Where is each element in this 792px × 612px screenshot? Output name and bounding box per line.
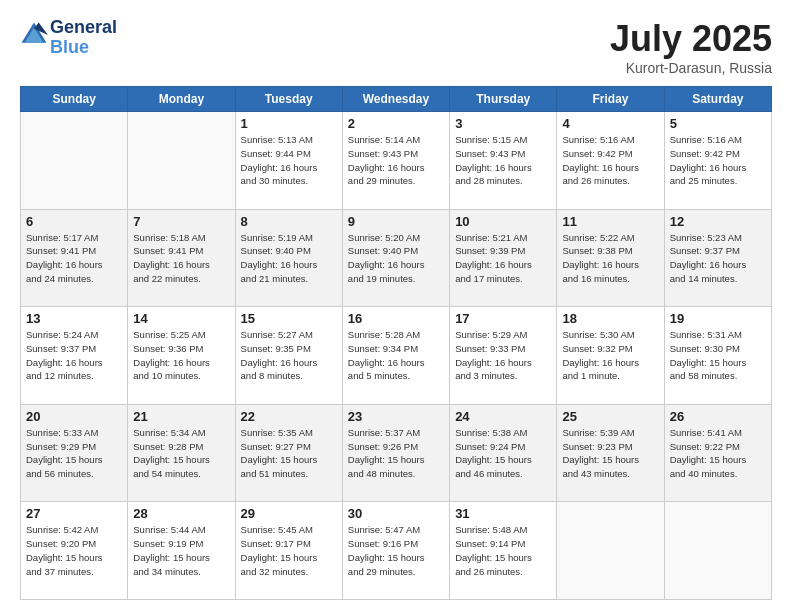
calendar-cell: 12Sunrise: 5:23 AM Sunset: 9:37 PM Dayli… [664,209,771,307]
day-info: Sunrise: 5:17 AM Sunset: 9:41 PM Dayligh… [26,231,122,286]
logo: General Blue [20,18,117,58]
weekday-header: Monday [128,87,235,112]
calendar-cell: 1Sunrise: 5:13 AM Sunset: 9:44 PM Daylig… [235,112,342,210]
day-info: Sunrise: 5:18 AM Sunset: 9:41 PM Dayligh… [133,231,229,286]
calendar-cell: 3Sunrise: 5:15 AM Sunset: 9:43 PM Daylig… [450,112,557,210]
calendar-cell: 20Sunrise: 5:33 AM Sunset: 9:29 PM Dayli… [21,404,128,502]
day-info: Sunrise: 5:16 AM Sunset: 9:42 PM Dayligh… [670,133,766,188]
calendar-cell: 14Sunrise: 5:25 AM Sunset: 9:36 PM Dayli… [128,307,235,405]
day-info: Sunrise: 5:38 AM Sunset: 9:24 PM Dayligh… [455,426,551,481]
day-info: Sunrise: 5:31 AM Sunset: 9:30 PM Dayligh… [670,328,766,383]
title-block: July 2025 Kurort-Darasun, Russia [610,18,772,76]
calendar-cell: 5Sunrise: 5:16 AM Sunset: 9:42 PM Daylig… [664,112,771,210]
logo-icon [20,21,48,49]
day-number: 28 [133,506,229,521]
day-number: 21 [133,409,229,424]
day-number: 26 [670,409,766,424]
day-info: Sunrise: 5:41 AM Sunset: 9:22 PM Dayligh… [670,426,766,481]
day-number: 13 [26,311,122,326]
calendar-cell: 31Sunrise: 5:48 AM Sunset: 9:14 PM Dayli… [450,502,557,600]
day-number: 25 [562,409,658,424]
day-info: Sunrise: 5:33 AM Sunset: 9:29 PM Dayligh… [26,426,122,481]
calendar-cell: 6Sunrise: 5:17 AM Sunset: 9:41 PM Daylig… [21,209,128,307]
logo-text-line2: Blue [50,38,117,58]
calendar-cell: 27Sunrise: 5:42 AM Sunset: 9:20 PM Dayli… [21,502,128,600]
calendar-cell: 18Sunrise: 5:30 AM Sunset: 9:32 PM Dayli… [557,307,664,405]
weekday-header: Sunday [21,87,128,112]
day-info: Sunrise: 5:37 AM Sunset: 9:26 PM Dayligh… [348,426,444,481]
calendar-week-row: 13Sunrise: 5:24 AM Sunset: 9:37 PM Dayli… [21,307,772,405]
calendar-cell: 25Sunrise: 5:39 AM Sunset: 9:23 PM Dayli… [557,404,664,502]
calendar-cell: 22Sunrise: 5:35 AM Sunset: 9:27 PM Dayli… [235,404,342,502]
calendar-cell: 7Sunrise: 5:18 AM Sunset: 9:41 PM Daylig… [128,209,235,307]
calendar-cell: 21Sunrise: 5:34 AM Sunset: 9:28 PM Dayli… [128,404,235,502]
calendar-week-row: 6Sunrise: 5:17 AM Sunset: 9:41 PM Daylig… [21,209,772,307]
day-number: 7 [133,214,229,229]
calendar-week-row: 1Sunrise: 5:13 AM Sunset: 9:44 PM Daylig… [21,112,772,210]
day-info: Sunrise: 5:23 AM Sunset: 9:37 PM Dayligh… [670,231,766,286]
day-number: 12 [670,214,766,229]
day-number: 17 [455,311,551,326]
day-info: Sunrise: 5:19 AM Sunset: 9:40 PM Dayligh… [241,231,337,286]
day-number: 19 [670,311,766,326]
day-number: 15 [241,311,337,326]
day-number: 23 [348,409,444,424]
page: General Blue July 2025 Kurort-Darasun, R… [0,0,792,612]
month-title: July 2025 [610,18,772,60]
weekday-header: Wednesday [342,87,449,112]
day-info: Sunrise: 5:30 AM Sunset: 9:32 PM Dayligh… [562,328,658,383]
day-number: 22 [241,409,337,424]
day-info: Sunrise: 5:28 AM Sunset: 9:34 PM Dayligh… [348,328,444,383]
calendar-cell [664,502,771,600]
weekday-header: Tuesday [235,87,342,112]
calendar-week-row: 20Sunrise: 5:33 AM Sunset: 9:29 PM Dayli… [21,404,772,502]
weekday-header: Thursday [450,87,557,112]
day-number: 18 [562,311,658,326]
day-number: 27 [26,506,122,521]
calendar-cell [557,502,664,600]
calendar-table: SundayMondayTuesdayWednesdayThursdayFrid… [20,86,772,600]
day-info: Sunrise: 5:29 AM Sunset: 9:33 PM Dayligh… [455,328,551,383]
header: General Blue July 2025 Kurort-Darasun, R… [20,18,772,76]
calendar-cell: 4Sunrise: 5:16 AM Sunset: 9:42 PM Daylig… [557,112,664,210]
calendar-cell: 16Sunrise: 5:28 AM Sunset: 9:34 PM Dayli… [342,307,449,405]
day-number: 14 [133,311,229,326]
calendar-cell: 8Sunrise: 5:19 AM Sunset: 9:40 PM Daylig… [235,209,342,307]
calendar-cell: 15Sunrise: 5:27 AM Sunset: 9:35 PM Dayli… [235,307,342,405]
calendar-cell: 24Sunrise: 5:38 AM Sunset: 9:24 PM Dayli… [450,404,557,502]
calendar-cell [21,112,128,210]
day-number: 31 [455,506,551,521]
day-number: 24 [455,409,551,424]
day-info: Sunrise: 5:44 AM Sunset: 9:19 PM Dayligh… [133,523,229,578]
calendar-cell: 11Sunrise: 5:22 AM Sunset: 9:38 PM Dayli… [557,209,664,307]
day-number: 2 [348,116,444,131]
calendar-cell [128,112,235,210]
day-number: 10 [455,214,551,229]
calendar-cell: 9Sunrise: 5:20 AM Sunset: 9:40 PM Daylig… [342,209,449,307]
logo-text-line1: General [50,18,117,38]
day-info: Sunrise: 5:22 AM Sunset: 9:38 PM Dayligh… [562,231,658,286]
day-info: Sunrise: 5:48 AM Sunset: 9:14 PM Dayligh… [455,523,551,578]
weekday-header: Friday [557,87,664,112]
day-info: Sunrise: 5:20 AM Sunset: 9:40 PM Dayligh… [348,231,444,286]
day-info: Sunrise: 5:13 AM Sunset: 9:44 PM Dayligh… [241,133,337,188]
calendar-cell: 13Sunrise: 5:24 AM Sunset: 9:37 PM Dayli… [21,307,128,405]
day-info: Sunrise: 5:24 AM Sunset: 9:37 PM Dayligh… [26,328,122,383]
calendar-header-row: SundayMondayTuesdayWednesdayThursdayFrid… [21,87,772,112]
day-info: Sunrise: 5:27 AM Sunset: 9:35 PM Dayligh… [241,328,337,383]
day-info: Sunrise: 5:45 AM Sunset: 9:17 PM Dayligh… [241,523,337,578]
day-info: Sunrise: 5:21 AM Sunset: 9:39 PM Dayligh… [455,231,551,286]
day-info: Sunrise: 5:25 AM Sunset: 9:36 PM Dayligh… [133,328,229,383]
day-number: 9 [348,214,444,229]
day-number: 30 [348,506,444,521]
calendar-cell: 2Sunrise: 5:14 AM Sunset: 9:43 PM Daylig… [342,112,449,210]
day-number: 6 [26,214,122,229]
calendar-cell: 19Sunrise: 5:31 AM Sunset: 9:30 PM Dayli… [664,307,771,405]
day-number: 5 [670,116,766,131]
day-number: 11 [562,214,658,229]
calendar-cell: 30Sunrise: 5:47 AM Sunset: 9:16 PM Dayli… [342,502,449,600]
day-info: Sunrise: 5:35 AM Sunset: 9:27 PM Dayligh… [241,426,337,481]
calendar-cell: 29Sunrise: 5:45 AM Sunset: 9:17 PM Dayli… [235,502,342,600]
calendar-cell: 10Sunrise: 5:21 AM Sunset: 9:39 PM Dayli… [450,209,557,307]
calendar-week-row: 27Sunrise: 5:42 AM Sunset: 9:20 PM Dayli… [21,502,772,600]
